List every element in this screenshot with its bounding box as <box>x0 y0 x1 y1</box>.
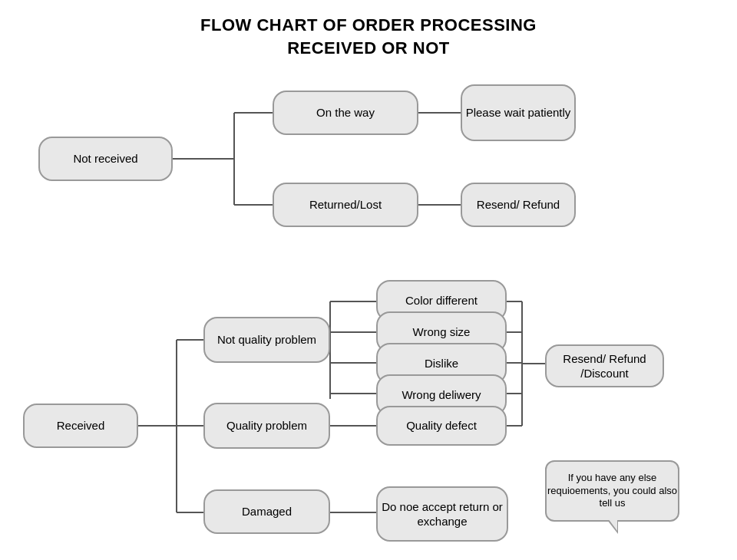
damaged-node: Damaged <box>203 489 330 534</box>
not-received-node: Not received <box>38 137 173 181</box>
do-not-accept-node: Do noe accept return or exchange <box>376 486 508 542</box>
not-quality-problem-node: Not quality problem <box>203 317 330 363</box>
quality-problem-node: Quality problem <box>203 403 330 449</box>
resend-refund-top-node: Resend/ Refund <box>461 183 576 227</box>
received-node: Received <box>23 404 138 448</box>
on-the-way-node: On the way <box>273 91 418 135</box>
please-wait-node: Please wait patiently <box>461 84 576 141</box>
speech-bubble-node: If you have any else requioements, you c… <box>545 460 679 522</box>
returned-lost-node: Returned/Lost <box>273 183 418 227</box>
quality-defect-node: Quality defect <box>376 406 507 446</box>
page-title: FLOW CHART OF ORDER PROCESSING RECEIVED … <box>0 0 737 59</box>
resend-refund-discount-node: Resend/ Refund /Discount <box>545 344 664 387</box>
